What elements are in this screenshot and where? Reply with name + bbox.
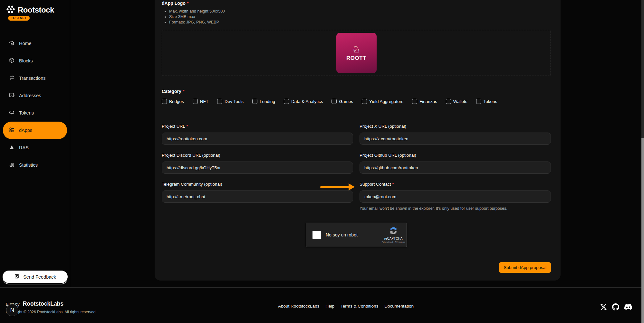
field-telegram-community: Telegram Community (optional)	[162, 182, 353, 211]
category-label: Category*	[162, 89, 551, 94]
category-option-nft: NFT	[193, 99, 208, 104]
recaptcha-icon	[389, 226, 398, 236]
copyright-text: Copyright © 2026 RootstockLabs. All righ…	[6, 310, 97, 314]
checkbox[interactable]	[362, 99, 367, 104]
recaptcha-brand-name: reCAPTCHA	[384, 237, 403, 240]
scrollbar-thumb[interactable]	[641, 138, 644, 323]
rootstocklabs-link[interactable]: RootstockLabs	[23, 300, 63, 307]
send-feedback-button[interactable]: Send Feedback	[3, 271, 68, 283]
category-option-wallets: Wallets	[446, 99, 467, 104]
recaptcha-checkbox[interactable]	[312, 231, 321, 239]
sidebar-item-ras[interactable]: RAS	[3, 139, 67, 156]
send-feedback-label: Send Feedback	[23, 274, 56, 280]
checkbox[interactable]	[412, 99, 417, 104]
sidebar-item-tokens[interactable]: Tokens	[3, 104, 67, 122]
project-x-url-input[interactable]	[360, 133, 551, 145]
sidebar-item-addresses[interactable]: Addresses	[3, 87, 67, 104]
category-option-dev-tools: Dev Tools	[217, 99, 244, 104]
footer-link-documentation[interactable]: Documentation	[384, 304, 414, 309]
field-project-discord-url: Project Discord URL (optional)	[162, 153, 353, 174]
field-project-x-url: Project X URL (optional)	[360, 124, 551, 145]
footer-link-about[interactable]: About RootstockLabs	[278, 304, 319, 309]
footer-link-terms[interactable]: Terms & Conditions	[341, 304, 378, 309]
form-grid: Project URL* Project X URL (optional) Pr…	[162, 124, 551, 219]
support-contact-input[interactable]	[360, 190, 551, 203]
discord-icon[interactable]	[624, 303, 632, 312]
sidebar-item-label: Tokens	[19, 110, 34, 115]
support-contact-helper: Your email won't be shown in the explore…	[360, 206, 551, 211]
dapp-proposal-form: dApp Logo* Max. width and height 500x500…	[155, 0, 561, 281]
cube-icon	[9, 57, 15, 64]
sidebar-item-transactions[interactable]: Transactions	[3, 69, 67, 87]
required-asterisk: *	[187, 1, 188, 6]
brand-logo[interactable]: Rootstock	[5, 4, 54, 16]
recaptcha-label: No soy un robot	[326, 232, 383, 237]
category-option-finanzas: Finanzas	[412, 99, 437, 104]
sidebar-item-statistics[interactable]: Statistics	[3, 156, 67, 174]
field-project-url: Project URL*	[162, 124, 353, 145]
logo-preview-tile[interactable]: ♘ ROOTT	[336, 33, 377, 73]
category-option-yield-aggregators: Yield Aggregators	[362, 99, 403, 104]
field-label: Project URL*	[162, 124, 353, 129]
submit-dapp-proposal-button[interactable]: Submit dApp proposal	[499, 262, 551, 273]
sidebar-item-blocks[interactable]: Blocks	[3, 52, 67, 69]
field-label: Telegram Community (optional)	[162, 182, 353, 187]
logo-rule: Max. width and height 500x500	[169, 9, 551, 14]
contact-card-icon	[9, 92, 15, 99]
telegram-community-input[interactable]	[162, 190, 353, 203]
triangle-icon	[9, 144, 15, 151]
brand-name: Rootstock	[18, 5, 54, 14]
knight-icon: ♘	[352, 44, 361, 54]
logo-upload-dropzone[interactable]: ♘ ROOTT	[162, 30, 551, 76]
sidebar-item-label: Addresses	[19, 93, 41, 98]
github-icon[interactable]	[612, 303, 619, 312]
checkbox[interactable]	[284, 99, 289, 104]
project-github-url-input[interactable]	[360, 162, 551, 174]
checkbox[interactable]	[217, 99, 222, 104]
bar-chart-icon	[9, 162, 15, 169]
rootstock-flower-icon	[5, 4, 16, 16]
checkbox[interactable]	[476, 99, 481, 104]
required-asterisk: *	[392, 182, 394, 187]
dapp-logo-label: dApp Logo*	[162, 0, 551, 6]
coin-icon	[9, 109, 15, 116]
logo-rule: Size 3MB max	[169, 14, 551, 20]
x-icon[interactable]	[600, 304, 607, 312]
feedback-note-icon	[14, 273, 20, 280]
category-option-bridges: Bridges	[162, 99, 184, 104]
scrollbar-track[interactable]	[641, 0, 644, 323]
required-asterisk: *	[183, 89, 184, 94]
recaptcha-brand: reCAPTCHA Privacidad - Términos	[383, 226, 403, 244]
sidebar-item-label: dApps	[19, 128, 32, 133]
sidebar: Rootstock TESTNET Home Blocks Transactio…	[0, 0, 70, 287]
checkbox[interactable]	[252, 99, 257, 104]
footer-link-help[interactable]: Help	[325, 304, 334, 309]
field-label: Project X URL (optional)	[360, 124, 551, 129]
required-asterisk: *	[187, 124, 188, 129]
n-badge[interactable]: N	[6, 304, 18, 316]
logo-rules-list: Max. width and height 500x500 Size 3MB m…	[165, 9, 551, 25]
field-label: Project Github URL (optional)	[360, 153, 551, 158]
checkbox[interactable]	[162, 99, 167, 104]
checkbox[interactable]	[332, 99, 337, 104]
project-url-input[interactable]	[162, 133, 353, 145]
testnet-badge: TESTNET	[8, 16, 30, 21]
sidebar-item-home[interactable]: Home	[3, 35, 67, 52]
footer-links: About RootstockLabs Help Terms & Conditi…	[278, 304, 414, 309]
category-option-data-analytics: Data & Analytics	[284, 99, 323, 104]
transfer-arrows-icon	[9, 75, 15, 82]
category-option-lending: Lending	[252, 99, 275, 104]
category-option-games: Games	[332, 99, 353, 104]
field-label: Project Discord URL (optional)	[162, 153, 353, 158]
submit-row: Submit dApp proposal	[162, 262, 551, 273]
project-discord-url-input[interactable]	[162, 162, 353, 174]
logo-preview-name: ROOTT	[346, 55, 366, 61]
sidebar-item-dapps[interactable]: dApps	[3, 122, 67, 139]
sidebar-item-label: RAS	[19, 145, 29, 150]
category-option-tokens: Tokens	[476, 99, 497, 104]
checkbox[interactable]	[446, 99, 451, 104]
recaptcha-privacy-terms[interactable]: Privacidad - Términos	[382, 241, 405, 244]
field-support-contact: Support Contact* Your email won't be sho…	[360, 182, 551, 211]
recaptcha-widget: No soy un robot reCAPTCHA Privacidad - T…	[306, 223, 407, 247]
checkbox[interactable]	[193, 99, 198, 104]
